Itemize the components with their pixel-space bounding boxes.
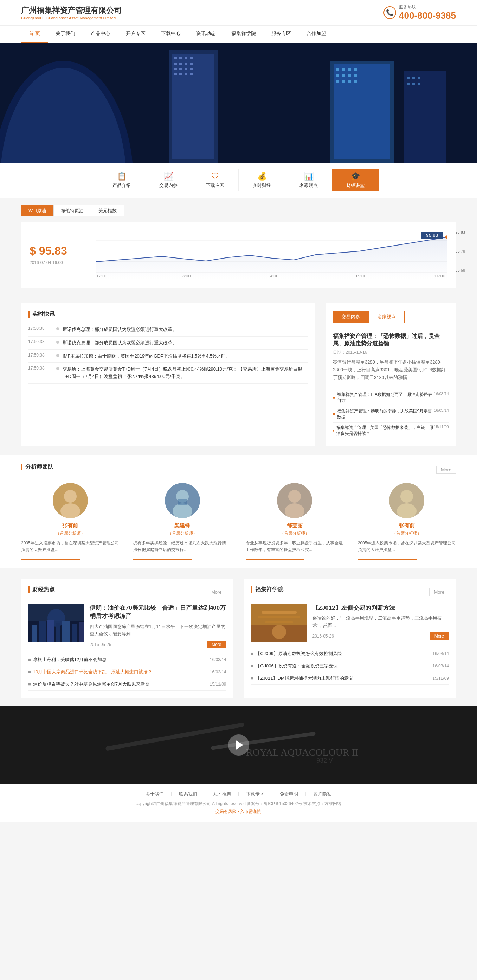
college-item-link-2[interactable]: 【GJ006】投资有道：金融投资三字要诀: [255, 663, 337, 668]
dot-3: [333, 430, 334, 432]
college-title: 福集祥学院: [251, 586, 283, 593]
hotspot-more-btn[interactable]: More: [207, 641, 226, 648]
analyst-desc-4: 2005年进入投票市场，曾在深圳某大型资产管理公司负责的大账户操盘...: [358, 540, 456, 553]
hotline: 📞 服务热线： 400-800-9385: [383, 4, 456, 21]
svg-rect-27: [336, 74, 339, 77]
hotspot-item-link-1[interactable]: 摩根士丹利：美联储12月前不会加息: [33, 657, 107, 662]
quick-nav-expert[interactable]: 📊 名家观点: [286, 169, 332, 191]
quick-nav-expert-label: 名家观点: [300, 182, 318, 189]
college-item-link-3[interactable]: 【ZJ011】DM指标对捕捉大潮力上涨行情的意义: [255, 676, 353, 681]
right-tab-bar: 交易内参 名家视点: [333, 310, 449, 323]
quick-nav: 📋 产品介绍 📈 交易内参 🛡 下载专区 💰 实时财经 📊 名家观点 🎓 财经讲…: [0, 162, 477, 198]
footer-links: 关于我们 | 联系我们 | 人才招聘 | 下载专区 | 免责申明 | 客户隐私: [21, 791, 456, 797]
play-button[interactable]: [228, 735, 249, 756]
nav-item-partner[interactable]: 合作加盟: [299, 25, 334, 43]
svg-text:14:00: 14:00: [268, 274, 278, 278]
college-title-bar: [251, 586, 252, 593]
analyst-desc-1: 2005年进入投票市场，曾在深圳某大型资产管理公司负责的大账户操盘...: [21, 540, 119, 553]
nav-item-download[interactable]: 下载中心: [153, 25, 188, 43]
footer-link-disclaimer[interactable]: 免责申明: [280, 791, 298, 797]
analyst-section: 分析师团队 More 张有前 （首席分析师） 2005年进入投票市场，曾在深圳某…: [0, 455, 477, 568]
dot-2: [333, 413, 335, 415]
nav-item-open[interactable]: 开户专区: [118, 25, 153, 43]
hotspot-item-link-3[interactable]: 油价反弹希望被天？对中基金原油完单创7月大跌以来新高: [33, 681, 150, 687]
price-date: 2016-07-04 16:00: [30, 260, 86, 265]
svg-rect-72: [39, 621, 46, 643]
news-text-2: 斯诺伐克总理：部分成员国认为欧盟必须进行重大改革。: [62, 339, 177, 347]
svg-rect-26: [354, 68, 357, 71]
college-item-1: ■【CJ009】原油期数投资怎么有效控制风险 16/03/14: [251, 648, 449, 660]
svg-rect-34: [354, 80, 357, 83]
tab-trading[interactable]: 交易内参: [333, 310, 369, 323]
nav-item-news[interactable]: 资讯动态: [188, 25, 223, 43]
tab-expert[interactable]: 名家视点: [369, 310, 405, 323]
footer-link-about[interactable]: 关于我们: [145, 791, 164, 797]
news-text-4: 交易所：上海黄金交易所黄金T+D周一（7月4日）晚盘盘初上涨0.44%报290.…: [62, 366, 308, 380]
hotspot-item-link-2[interactable]: 10月中国大宗商品进口环比全线下跌，原油大幅进口被抢？: [33, 669, 152, 675]
hotspot-date-1: 16/03/14: [210, 657, 227, 662]
svg-rect-77: [79, 622, 85, 643]
quick-nav-finance[interactable]: 💰 实时财经: [239, 169, 286, 191]
college-featured-img: [251, 604, 307, 643]
college-item-link-1[interactable]: 【CJ009】原油期数投资怎么有效控制风险: [255, 651, 342, 656]
tab-usd[interactable]: 美元指数: [91, 205, 124, 216]
quick-nav-trading-label: 交易内参: [159, 182, 177, 189]
analyst-section-title: 分析师团队: [21, 463, 53, 471]
tab-wti[interactable]: WTI原油: [21, 205, 53, 216]
hotspot-news-list: ■摩根士丹利：美联储12月前不会加息 16/03/14 ■10月中国大宗商品进口…: [28, 654, 227, 690]
svg-point-60: [172, 503, 192, 518]
svg-rect-13: [174, 68, 177, 70]
analyst-desc-2: 拥有多年实操经验，经历过市场几次大跌大涨行情，擅长把握趋势立后的交投行...: [133, 540, 231, 553]
footer-link-contact[interactable]: 联系我们: [179, 791, 197, 797]
college-featured-date: 2016-05-26: [313, 634, 334, 639]
quick-nav-lecture[interactable]: 🎓 财经讲堂: [332, 169, 378, 191]
nav-item-home[interactable]: 首 页: [21, 25, 48, 43]
analyst-avatar-1: [53, 483, 88, 518]
chart-section: WTI原油 布伦特原油 美元指数 $ 95.83 2016-07-04 16:0…: [0, 198, 477, 295]
news-time-1: 17:50:38: [28, 326, 53, 333]
quick-nav-products[interactable]: 📋 产品介绍: [99, 169, 145, 191]
svg-rect-18: [179, 73, 182, 75]
quick-nav-trading[interactable]: 📈 交易内参: [145, 169, 192, 191]
chart-price-area: $ 95.83 2016-07-04 16:00: [30, 245, 86, 265]
college-more-btn[interactable]: More: [429, 632, 449, 640]
svg-rect-75: [62, 620, 70, 643]
analyst-role-2: （首席分析师）: [133, 530, 231, 536]
analyst-photo-2: [165, 483, 200, 518]
svg-rect-7: [185, 57, 187, 59]
chart-card: $ 95.83 2016-07-04 16:00: [21, 222, 456, 288]
financial-hotspot: 财经热点 More: [21, 579, 233, 698]
college-section: 福集祥学院 More 【ZJ012】左侧交易的判断方法 俗话说的好，"一流高手用…: [244, 579, 456, 698]
svg-text:95.83: 95.83: [426, 233, 438, 237]
nav-item-service[interactable]: 服务专区: [264, 25, 299, 43]
analyst-avatar-3: [277, 483, 312, 518]
analyst-more-link[interactable]: More: [436, 466, 456, 474]
college-date-2: 16/03/14: [432, 663, 449, 668]
footer-link-privacy[interactable]: 客户隐私: [313, 791, 332, 797]
svg-rect-36: [407, 76, 410, 79]
hotspot-more-link[interactable]: More: [207, 588, 227, 596]
svg-point-63: [288, 490, 301, 503]
college-more-link[interactable]: More: [429, 588, 449, 596]
hotspot-title-text: 财经热点: [32, 586, 55, 593]
svg-rect-16: [190, 68, 193, 70]
hero-banner: [0, 43, 477, 162]
college-date-3: 15/11/09: [432, 676, 449, 681]
nav-item-about[interactable]: 关于我们: [48, 25, 83, 43]
svg-point-64: [285, 503, 305, 518]
footer-link-recruit[interactable]: 人才招聘: [213, 791, 231, 797]
analyst-name-1: 张有前: [21, 522, 119, 529]
quick-nav-lecture-label: 财经讲堂: [346, 182, 365, 189]
nav-item-products[interactable]: 产品中心: [83, 25, 118, 43]
footer-link-download[interactable]: 下载专区: [246, 791, 264, 797]
play-triangle-icon: [236, 740, 243, 750]
nav-item-college[interactable]: 福集祥学院: [223, 25, 264, 43]
analyst-divider-4: [358, 559, 417, 560]
svg-text:932 V: 932 V: [316, 757, 333, 764]
tab-brent[interactable]: 布伦特原油: [53, 205, 91, 216]
download-icon: 🛡: [211, 172, 219, 181]
svg-point-83: [272, 625, 286, 639]
quick-nav-download[interactable]: 🛡 下载专区: [192, 169, 239, 191]
svg-rect-73: [48, 620, 54, 643]
college-item-2: ■【GJ006】投资有道：金融投资三字要诀 16/03/14: [251, 660, 449, 672]
